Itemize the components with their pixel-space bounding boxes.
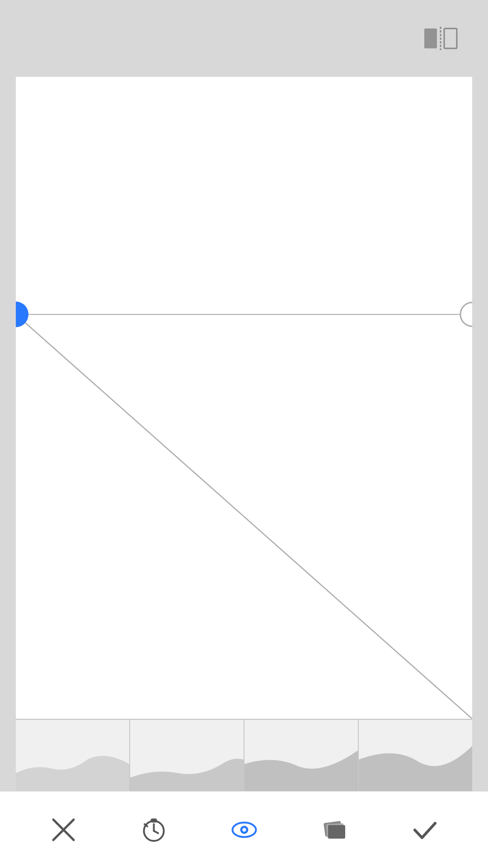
thumbnail-item[interactable] [16, 720, 130, 791]
flip-horizontal-icon[interactable] [420, 18, 461, 59]
thumbnail-item[interactable] [244, 720, 359, 791]
thumbnail-item[interactable] [130, 720, 244, 791]
svg-rect-1 [444, 28, 457, 48]
close-button[interactable] [43, 810, 84, 850]
thumbnail-strip [16, 719, 472, 791]
thumbnail-item[interactable] [359, 720, 472, 791]
theme-button[interactable] [314, 810, 355, 850]
eye-button[interactable] [224, 810, 264, 850]
top-bar [0, 0, 488, 77]
svg-rect-0 [424, 28, 437, 48]
timer-button[interactable] [133, 810, 174, 850]
bottom-toolbar [0, 791, 488, 868]
svg-rect-20 [328, 825, 345, 839]
svg-line-12 [154, 831, 158, 833]
svg-point-17 [242, 828, 246, 832]
svg-rect-13 [151, 819, 156, 822]
confirm-button[interactable] [404, 810, 445, 850]
svg-rect-3 [16, 77, 472, 719]
main-canvas[interactable] [16, 77, 472, 719]
